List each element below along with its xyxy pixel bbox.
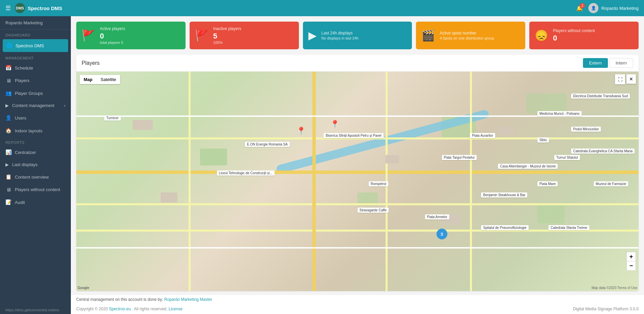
map-type-map[interactable]: Map [80, 75, 96, 84]
map-label-16: Catedrala Sfanta Treime [549, 225, 589, 230]
stat-card-active-spots: 🎬 Active spots number 4 Spots on one dis… [416, 22, 525, 49]
inactive-players-sub: 100% [213, 41, 241, 45]
last24h-icon: ▶ [308, 29, 317, 42]
pwc-icon: 🖥 [5, 187, 11, 192]
pwc-stat-title: Players without content [553, 28, 595, 33]
pwc-stat-value: 0 [553, 34, 595, 43]
map-marker-1: 📍 [297, 127, 306, 135]
content-mgmt-label: Content management [12, 103, 54, 108]
footer-brand-link[interactable]: Spectroo.eu [109, 307, 131, 311]
indoor-layouts-label: Indoor layouts [15, 128, 43, 133]
audit-label: Audit [15, 200, 25, 205]
map-label-9: Piata Aurarilor [470, 133, 495, 138]
footer-copyright: Copyright © 2020 [76, 307, 108, 311]
schedule-icon: 📅 [5, 65, 11, 71]
central-mgmt-text: Central management on this account is do… [76, 297, 163, 302]
map-fullscreen-button[interactable]: ⛶ [615, 74, 625, 84]
map-label-13: Medicina Muncii - Polisano [537, 111, 582, 116]
active-players-icon: 🚩 [82, 29, 95, 42]
sidebar-item-players-without-content[interactable]: 🖥 Players without content [0, 183, 71, 196]
map-close-button[interactable]: ✕ [626, 74, 636, 84]
main-content: 🚩 Active players 0 total playere 5 🚩 Ina… [71, 16, 644, 314]
map-label-3: Biserica Sfinții Apostoli Petru și Pavel [324, 133, 383, 138]
active-spots-title: Active spots number [440, 31, 494, 35]
map-label-11: Sibiu [537, 137, 549, 142]
central-mgmt: Central management on this account is do… [71, 295, 644, 304]
map-container: Turnicer E.ON Energie Romania SA Biseric… [76, 72, 639, 291]
schedule-label: Schedule [15, 66, 33, 71]
tab-extern[interactable]: Extern [583, 58, 608, 68]
navbar-right: 🔔 2 👤 Ropardo Marketing [576, 3, 639, 13]
content-overview-label: Content overview [15, 175, 49, 180]
map-label-20: Muzeul de Farmacie [594, 181, 628, 186]
tab-intern[interactable]: Intern [609, 58, 633, 68]
indoor-layouts-icon: 🏠 [5, 128, 11, 134]
last24h-sub: No displays in last 24h [321, 36, 359, 40]
sidebar-item-player-groups[interactable]: 👥 Player Groups [0, 87, 71, 100]
sidebar-item-players[interactable]: 🖥 Players [0, 74, 71, 87]
sidebar-item-content-management[interactable]: ▶ Content management ‹ [0, 100, 71, 111]
map-label-4: Liceul Tehnologic de Construcții și... [217, 171, 275, 176]
players-icon: 🖥 [5, 78, 11, 83]
reports-section: Reports [0, 137, 71, 146]
navbar: ☰ DMS Spectroo DMS 🔔 2 👤 Ropardo Marketi… [0, 0, 644, 16]
active-players-sub: total playere 5 [100, 41, 125, 45]
map-copyright: Map data ©2020 Terms of Use [591, 286, 637, 290]
users-icon: 👤 [5, 115, 11, 121]
map-label-15: Spitalul de Pneumoftiziologie [481, 225, 528, 230]
sidebar-active-label: Spectroo DMS [16, 43, 44, 48]
player-groups-icon: 👥 [5, 90, 11, 96]
sidebar-item-users[interactable]: 👤 Users [0, 111, 71, 124]
map-label-6: Stravagante Caffe [358, 208, 389, 213]
map-label-2: E.ON Energie Romania SA [245, 142, 290, 147]
active-players-text: Active players 0 total playere 5 [100, 26, 125, 45]
sidebar-item-content-overview[interactable]: 📋 Content overview [0, 171, 71, 183]
pwc-label: Players without content [15, 187, 60, 192]
content-mgmt-icon: ▶ [5, 103, 9, 108]
sidebar-item-centralizer[interactable]: 📊 Centralizer [0, 146, 71, 159]
map-label-10: Casa Altemberger - Muzeul de Istorie [498, 164, 558, 169]
audit-icon: 📝 [5, 199, 11, 205]
last24h-title: Last 24h displays [321, 31, 359, 35]
player-groups-label: Player Groups [15, 91, 43, 96]
map-label-14: Benjamin Steakhouse & Bar [481, 192, 527, 198]
inactive-players-icon: 🚩 [195, 29, 208, 42]
stat-card-last24h: ▶ Last 24h displays No displays in last … [303, 22, 412, 49]
sidebar-item-schedule[interactable]: 📅 Schedule [0, 61, 71, 74]
map-label-18: Podul Minciunilor [571, 127, 601, 132]
active-spots-icon: 🎬 [421, 29, 435, 42]
hamburger-icon[interactable]: ☰ [5, 4, 11, 12]
pwc-stat-icon: 😞 [535, 29, 548, 42]
footer-license-link[interactable]: License [169, 307, 183, 311]
active-players-title: Active players [100, 26, 125, 31]
map-label-5: Rompetrol [369, 181, 388, 186]
zoom-in-button[interactable]: + [626, 252, 636, 261]
sidebar-url: https://dms.getconnected.ro/dms [0, 306, 71, 314]
map-marker-2: 📍 [330, 120, 339, 129]
user-name: Ropardo Marketing [601, 6, 639, 11]
inactive-players-title: Inactive players [213, 26, 241, 31]
map-type-satellite[interactable]: Satellite [96, 75, 120, 84]
sidebar-account: Ropardo Marketing [0, 16, 71, 30]
centralizer-label: Centralizer [15, 150, 36, 155]
pwc-stat-text: Players without content 0 [553, 28, 595, 43]
active-spots-sub: 4 Spots on one distribution group [440, 36, 494, 40]
expand-icon: ‹ [64, 103, 65, 108]
sidebar-item-audit[interactable]: 📝 Audit [0, 196, 71, 209]
sidebar-item-spectroo-dms[interactable]: 🌐 Spectroo DMS [3, 39, 68, 52]
stat-cards: 🚩 Active players 0 total playere 5 🚩 Ina… [71, 16, 644, 55]
user-avatar: 👤 [588, 3, 598, 13]
master-link[interactable]: Ropardo Marketing Master [164, 297, 212, 302]
brand-name: Spectroo DMS [28, 5, 62, 11]
map-placeholder[interactable]: Turnicer E.ON Energie Romania SA Biseric… [76, 72, 639, 291]
map-label-21: Electrica Distributie Transilvania Sud [571, 94, 630, 99]
notification-bell[interactable]: 🔔 2 [576, 5, 583, 11]
stat-card-active-players: 🚩 Active players 0 total playere 5 [76, 22, 186, 49]
management-section: Management [0, 53, 71, 61]
footer-rights: . All rights reserved. [132, 307, 167, 311]
inactive-players-text: Inactive players 5 100% [213, 26, 241, 45]
zoom-out-button[interactable]: − [626, 261, 636, 271]
sidebar-item-indoor-layouts[interactable]: 🏠 Indoor layouts [0, 124, 71, 137]
sidebar-item-last-displays[interactable]: ▶ Last displays [0, 159, 71, 171]
active-spots-text: Active spots number 4 Spots on one distr… [440, 31, 494, 40]
